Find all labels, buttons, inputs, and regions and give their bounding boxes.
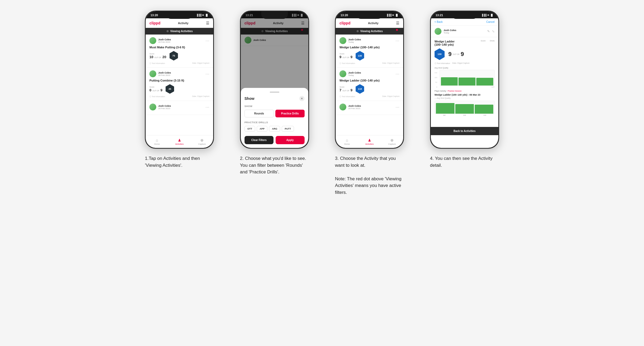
outof-text-1-2: OUT OF (152, 90, 159, 92)
info-right-1-2: Data: Clippd Capture (192, 95, 209, 98)
step-4-col: 13:21 ▐▐▐ ≋ ▐▌ < Back Cancel (421, 11, 508, 196)
card-dots-3-1[interactable]: ··· (396, 39, 400, 43)
card-dots-1-3[interactable]: ··· (206, 105, 210, 109)
expand-icon-4[interactable]: ⤡ (492, 29, 495, 33)
filter-drills-label-2: Practice Drills (245, 121, 305, 124)
cancel-btn-4[interactable]: Cancel (486, 20, 495, 23)
card-dots-3-2[interactable]: ··· (396, 72, 400, 76)
wifi-icon-3: ≋ (392, 14, 394, 16)
score-value-1-2: 0 (149, 88, 151, 92)
filter-close-btn-2[interactable]: ✕ (299, 96, 305, 101)
user-date-3-3: 28 Feb 2023 (348, 107, 361, 110)
battery-icon: ▐▌ (205, 14, 208, 16)
chart-bars-4 (440, 70, 495, 86)
wifi-icon: ≋ (202, 14, 204, 16)
phone-notch-2 (261, 11, 288, 19)
nav-home-3[interactable]: ⌂ Home (336, 135, 358, 148)
scrollable-cards-3: Josh Coles Today ··· Wedge Ladder (100–1… (336, 35, 403, 148)
nav-capture-3[interactable]: ⊕ Capture (381, 135, 403, 148)
stats-row-1-2: Score 0 OUT OF 9 45 (149, 84, 209, 94)
avatar-3-3 (339, 104, 346, 110)
activity-card-3-3[interactable]: Josh Coles 28 Feb 2023 ··· (336, 101, 403, 115)
activity-card-1-3[interactable]: Josh Coles 28 Feb 2023 ··· (146, 101, 213, 115)
card-footer-3-1: ⓘ Test Information Data: Clippd Capture (339, 62, 399, 65)
activity-card-1-2[interactable]: Josh Coles 28 Feb 2023 ··· Putting Combi… (146, 68, 213, 101)
screen-body-4: < Back Cancel Josh Coles Today (431, 18, 498, 148)
menu-icon-1[interactable]: ☰ (206, 21, 209, 25)
chip-app-2[interactable]: APP (257, 126, 268, 132)
outof-text-1-1: OUT OF (154, 57, 161, 58)
back-activities-btn-4[interactable]: Back to Activities (431, 127, 498, 135)
user-info-1-2: Josh Coles 28 Feb 2023 (149, 70, 171, 77)
stat-score-3-2: Score 7 OUT OF 9 (339, 86, 352, 92)
activity-card-3-2[interactable]: Josh Coles Today ··· Wedge Ladder (100–1… (336, 68, 403, 101)
card-dots-1-2[interactable]: ··· (206, 72, 210, 76)
info-left-3-1: ⓘ Test Information (339, 62, 355, 65)
quality-hex-4: 130 (435, 48, 445, 60)
detail-user-left-4: Josh Coles Today (435, 28, 456, 35)
quality-badge-1-1: 75 (170, 51, 178, 61)
info-left-1-1: ⓘ Test Information (149, 62, 165, 65)
page-container: 13:20 ▐▐▐ ≋ ▐▌ clippd Activity ☰ ⚙ (136, 11, 508, 196)
activity-card-3-1[interactable]: Josh Coles Today ··· Wedge Ladder (100–1… (336, 35, 403, 68)
bottom-nav-3: ⌂ Home ♟ Activities ⊕ Capture (336, 135, 403, 148)
back-btn-4[interactable]: < Back (435, 20, 443, 23)
nav-capture-label-1: Capture (198, 143, 206, 145)
phone-3-screen: 13:20 ▐▐▐ ≋ ▐▌ clippd Activity ☰ ⚙ (336, 11, 403, 148)
nav-activities-1[interactable]: ♟ Activities (168, 135, 191, 148)
battery-icon-4: ▐▌ (490, 14, 494, 16)
test-info-4: ⓘ Test Information (435, 62, 450, 65)
card-header-3-2: Josh Coles Today ··· (339, 70, 399, 77)
activity-card-1-1[interactable]: Josh Coles 28 Feb 2023 ··· Must Make Put… (146, 35, 213, 68)
user-date-3-2: Today (348, 74, 361, 76)
viewing-banner-3[interactable]: ⚙ Viewing Activities (336, 28, 403, 35)
menu-icon-3[interactable]: ☰ (396, 21, 399, 25)
user-date-1-2: 28 Feb 2023 (158, 74, 171, 76)
nav-home-1[interactable]: ⌂ Home (146, 135, 168, 148)
filter-handle-2 (270, 92, 279, 93)
practice-session-highlight-4: Practice Session (448, 90, 462, 92)
filter-header-2: Show ✕ (245, 96, 305, 101)
chip-putt-2[interactable]: PUTT (282, 126, 294, 132)
caption-3: 3. Choose the Activity that you want to … (335, 155, 404, 196)
chart-section-4: Avg Shot Quality 140 100 50 0 (435, 67, 495, 88)
filter-chips-2: OTT APP ARG PUTT (245, 126, 305, 132)
bar-label-129: 129 (455, 114, 474, 116)
filter-tab-rounds-2[interactable]: Rounds (245, 110, 274, 117)
chip-arg-2[interactable]: ARG (269, 126, 280, 132)
app-title-3: Activity (368, 22, 378, 25)
detail-title-row-4: Wedge Ladder(100–140 yds) Score Shots (435, 40, 495, 46)
edit-icon-4[interactable]: ✎ (487, 29, 490, 33)
card-dots-3-3[interactable]: ··· (396, 105, 400, 109)
score-block-4: 9 OUT OF 9 (448, 51, 464, 58)
card-dots-1-1[interactable]: ··· (206, 39, 210, 43)
big-score-4: 9 (448, 51, 452, 58)
y-50: 50 (435, 82, 437, 83)
avatar-4 (435, 28, 441, 35)
clear-filters-btn-2[interactable]: Clear Filters (245, 136, 273, 144)
stat-score-3-1: Score 9 OUT OF 9 (339, 53, 352, 59)
screen-body-1: clippd Activity ☰ ⚙ Viewing Activities (146, 18, 213, 148)
status-time-1: 13:20 (150, 14, 158, 17)
sub-bar-labels-4: 132 129 124 (435, 114, 495, 116)
chip-ott-2[interactable]: OTT (245, 126, 255, 132)
nav-activities-3[interactable]: ♟ Activities (358, 135, 381, 148)
nav-capture-1[interactable]: ⊕ Capture (191, 135, 213, 148)
filter-actions-2: Clear Filters Apply (245, 136, 305, 144)
phone-4: 13:21 ▐▐▐ ≋ ▐▌ < Back Cancel (430, 11, 499, 149)
stat-outof-3-1: 9 OUT OF 9 (339, 55, 352, 59)
phone-3: 13:20 ▐▐▐ ≋ ▐▌ clippd Activity ☰ ⚙ (335, 11, 404, 149)
user-name-3-2: Josh Coles (348, 71, 361, 74)
apply-btn-2[interactable]: Apply (276, 136, 305, 144)
banner-text-3: Viewing Activities (360, 30, 383, 33)
viewing-banner-1[interactable]: ⚙ Viewing Activities (146, 28, 213, 35)
shots-header-4: Shots (490, 40, 495, 46)
user-date-1-3: 28 Feb 2023 (158, 107, 171, 110)
outof-4: OUT OF (453, 53, 460, 55)
stats-row-3-2: Score 7 OUT OF 9 118 (339, 84, 399, 94)
phone-notch-4 (451, 11, 478, 19)
quality-badge-3-2: 118 (356, 84, 364, 94)
filter-tab-drills-2[interactable]: Practice Drills (275, 110, 305, 117)
status-icons-4: ▐▐▐ ≋ ▐▌ (481, 14, 494, 16)
activity-title-3-2: Wedge Ladder (100–140 yds) (339, 79, 399, 82)
